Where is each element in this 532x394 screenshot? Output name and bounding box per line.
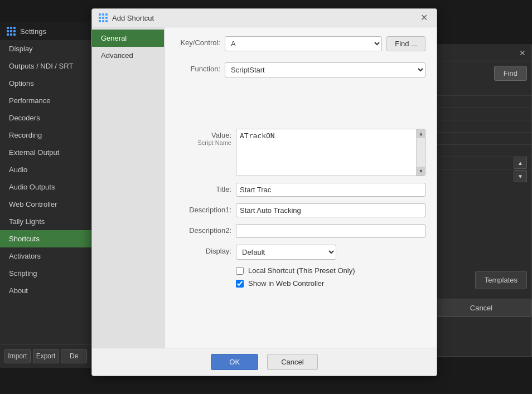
bg-panel-find-button[interactable]: Find	[494, 66, 527, 81]
sidebar-item-tally-lights[interactable]: Tally Lights	[0, 213, 91, 230]
templates-button[interactable]: Templates	[475, 271, 527, 289]
settings-titlebar: Settings	[0, 22, 91, 40]
script-name-label: Script Name	[176, 139, 231, 146]
title-label: Title:	[176, 183, 231, 193]
description1-label: Description1:	[176, 203, 231, 214]
key-control-select[interactable]: A	[225, 36, 382, 51]
show-web-controller-label[interactable]: Show in Web Controller	[248, 279, 324, 288]
settings-window: Settings Display Outputs / NDI / SRT Opt…	[0, 22, 91, 368]
sidebar-item-performance[interactable]: Performance	[0, 92, 91, 109]
key-control-controls: A Find ...	[225, 36, 425, 51]
cancel-button[interactable]: Cancel	[267, 354, 317, 370]
bg-panel-row	[432, 120, 531, 133]
scroll-down-button[interactable]: ▼	[514, 170, 527, 182]
sidebar-item-about[interactable]: About	[0, 282, 91, 299]
display-label: Display:	[176, 245, 231, 255]
sidebar-item-recording[interactable]: Recording	[0, 127, 91, 144]
value-row: Value: Script Name ▲ ▼	[176, 129, 425, 176]
scroll-up-button[interactable]: ▲	[514, 157, 527, 169]
find-button[interactable]: Find ...	[386, 36, 425, 51]
description2-input[interactable]	[236, 224, 425, 238]
bg-panel-arrows: ▲ ▼	[514, 157, 527, 182]
sidebar-item-audio-outputs[interactable]: Audio Outputs	[0, 178, 91, 196]
value-textarea-wrapper: ▲ ▼	[236, 129, 425, 176]
display-row: Display: Default Normal Hidden	[176, 245, 425, 260]
import-button[interactable]: Import	[4, 349, 31, 363]
scroll-up-arrow[interactable]: ▲	[417, 129, 425, 138]
value-scrollbar: ▲ ▼	[416, 129, 425, 176]
local-shortcut-label[interactable]: Local Shortcut (This Preset Only)	[248, 266, 355, 275]
local-shortcut-checkbox[interactable]	[236, 267, 244, 275]
sidebar-item-external-output[interactable]: External Output	[0, 144, 91, 161]
title-row: Title:	[176, 183, 425, 197]
scroll-down-arrow[interactable]: ▼	[417, 167, 425, 176]
dialog-title: Add Shortcut	[112, 14, 154, 22]
sidebar-item-web-controller[interactable]: Web Controller	[0, 196, 91, 213]
bg-panel-row	[432, 145, 531, 157]
value-textarea[interactable]	[236, 129, 415, 174]
dialog-content: Key/Control: A Find ... Function: Script…	[165, 27, 437, 348]
local-shortcut-row: Local Shortcut (This Preset Only)	[176, 266, 425, 275]
ok-button[interactable]: OK	[211, 354, 258, 370]
value-label: Value:	[176, 131, 231, 139]
sidebar-item-display[interactable]: Display	[0, 40, 91, 57]
show-web-controller-row: Show in Web Controller	[176, 279, 425, 288]
sidebar-item-options[interactable]: Options	[0, 75, 91, 92]
dialog-titlebar: Add Shortcut ✕	[92, 9, 437, 27]
bg-panel-cancel-button[interactable]: Cancel	[431, 299, 531, 317]
dialog-app-icon	[99, 13, 108, 22]
background-panel: ✕ Find ▲ ▼ Templates Cancel	[432, 45, 532, 357]
dialog-close-button[interactable]: ✕	[418, 12, 430, 23]
description2-label: Description2:	[176, 224, 231, 235]
sidebar-item-shortcuts[interactable]: Shortcuts	[0, 230, 91, 247]
key-control-label: Key/Control:	[176, 36, 220, 47]
show-web-controller-checkbox[interactable]	[236, 280, 244, 288]
dialog-body: General Advanced Key/Control: A Find ...…	[92, 27, 437, 348]
tab-general[interactable]: General	[92, 30, 164, 47]
sidebar-item-scripting[interactable]: Scripting	[0, 265, 91, 282]
bg-panel-row	[432, 108, 531, 120]
bg-panel-row	[432, 96, 531, 108]
value-label-stack: Value: Script Name	[176, 129, 231, 146]
dialog-title-left: Add Shortcut	[99, 13, 154, 22]
sidebar-item-decoders[interactable]: Decoders	[0, 109, 91, 127]
dialog-footer: OK Cancel	[92, 348, 437, 376]
function-label: Function:	[176, 62, 220, 73]
sidebar-item-audio[interactable]: Audio	[0, 161, 91, 178]
key-control-row: Key/Control: A Find ...	[176, 36, 425, 51]
description1-input[interactable]	[236, 203, 425, 217]
settings-nav: Display Outputs / NDI / SRT Options Perf…	[0, 40, 91, 344]
export-button[interactable]: Export	[33, 349, 59, 363]
add-shortcut-dialog: Add Shortcut ✕ General Advanced Key/Cont…	[91, 8, 437, 376]
bg-panel-close-button[interactable]: ✕	[516, 47, 529, 59]
sidebar-item-activators[interactable]: Activators	[0, 247, 91, 265]
bg-panel-row	[432, 84, 531, 96]
settings-footer: Import Export De	[0, 344, 91, 368]
description1-row: Description1:	[176, 203, 425, 217]
settings-title: Settings	[20, 27, 46, 36]
title-input[interactable]	[236, 183, 425, 197]
sidebar-item-outputs[interactable]: Outputs / NDI / SRT	[0, 57, 91, 75]
tab-advanced[interactable]: Advanced	[92, 47, 164, 64]
settings-icon	[7, 27, 16, 36]
description2-row: Description2:	[176, 224, 425, 238]
function-select[interactable]: ScriptStart ScriptStop ScriptRestart	[225, 62, 425, 77]
bg-panel-row	[432, 133, 531, 145]
bg-panel-header: ✕	[432, 45, 531, 61]
function-row: Function: ScriptStart ScriptStop ScriptR…	[176, 62, 425, 77]
dialog-tabs: General Advanced	[92, 27, 165, 348]
display-select[interactable]: Default Normal Hidden	[236, 245, 336, 260]
de-button[interactable]: De	[61, 349, 87, 363]
